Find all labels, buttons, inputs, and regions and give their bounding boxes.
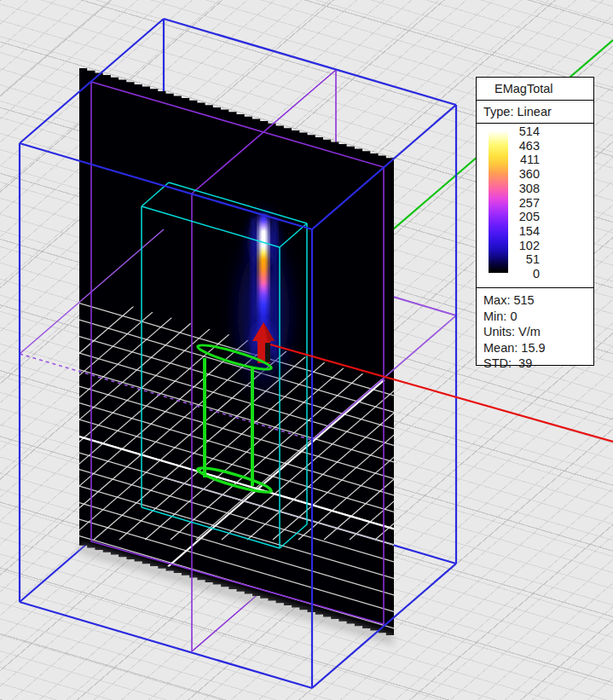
colorbar-tick: 102 xyxy=(509,240,540,252)
colorbar-tick: 360 xyxy=(509,168,540,180)
colorbar-tick: 205 xyxy=(509,211,540,223)
legend-scale-type: Type: Linear xyxy=(477,101,593,124)
legend-stat-line: Mean: 15.9 xyxy=(483,340,593,356)
colorbar-tick: 0 xyxy=(509,268,540,280)
colorbar-tick: 51 xyxy=(509,253,540,265)
legend-stat-line: STD: 39 xyxy=(483,356,593,372)
legend-panel[interactable]: EMagTotal Type: Linear 51446341136030825… xyxy=(476,77,594,366)
legend-stat-line: Max: 515 xyxy=(483,292,593,309)
field-hotspot xyxy=(223,200,304,414)
colorbar-tick: 463 xyxy=(509,140,540,152)
legend-colorbar-section: 514463411360308257205154102510 xyxy=(477,124,593,287)
colorbar-tick: 514 xyxy=(509,125,540,137)
colorbar-tick: 154 xyxy=(509,225,540,237)
legend-stat-line: Units: V/m xyxy=(483,324,593,340)
colorbar-tick: 257 xyxy=(509,197,540,209)
legend-stats: Max: 515Min: 0Units: V/mMean: 15.9STD: 3… xyxy=(477,287,593,365)
viewport-3d[interactable]: EMagTotal Type: Linear 51446341136030825… xyxy=(0,0,613,700)
colorbar-swatch xyxy=(489,130,508,273)
colorbar-tick: 308 xyxy=(509,182,540,194)
colorbar-tick: 411 xyxy=(509,153,540,165)
legend-title: EMagTotal xyxy=(477,78,593,101)
legend-stat-line: Min: 0 xyxy=(483,309,593,325)
